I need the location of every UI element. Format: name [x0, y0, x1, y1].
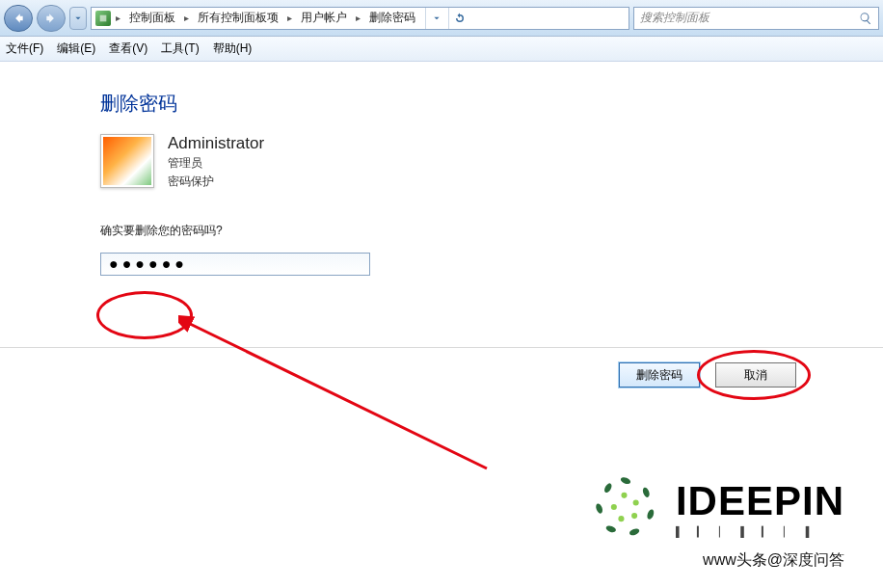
svg-point-10	[633, 499, 639, 505]
breadcrumb-item[interactable]: 所有控制面板项	[194, 8, 282, 28]
user-block: Administrator 管理员 密码保护	[100, 134, 883, 190]
svg-point-7	[595, 502, 603, 514]
content-area: 删除密码 Administrator 管理员 密码保护 确实要删除您的密码吗? …	[0, 62, 883, 276]
chevron-right-icon: ▸	[113, 13, 123, 23]
password-input[interactable]: ●●●●●●	[100, 253, 370, 276]
breadcrumb-item[interactable]: 控制面板	[125, 8, 179, 28]
chevron-down-icon	[433, 14, 441, 22]
avatar	[100, 134, 154, 188]
control-panel-icon	[95, 11, 111, 26]
search-placeholder: 搜索控制面板	[640, 10, 709, 26]
breadcrumb-item[interactable]: 删除密码	[365, 8, 419, 28]
svg-point-11	[631, 513, 637, 519]
refresh-icon	[454, 13, 466, 24]
delete-password-button[interactable]: 删除密码	[619, 362, 700, 388]
breadcrumb-item[interactable]: 用户帐户	[297, 8, 351, 28]
menu-help[interactable]: 帮助(H)	[213, 40, 253, 57]
user-info: Administrator 管理员 密码保护	[168, 134, 264, 190]
titlebar: ▸ 控制面板 ▸ 所有控制面板项 ▸ 用户帐户 ▸ 删除密码 搜索控制面板	[0, 0, 883, 37]
menu-view[interactable]: 查看(V)	[109, 40, 147, 57]
svg-rect-0	[100, 14, 107, 21]
chevron-right-icon: ▸	[353, 13, 363, 23]
annotation-circle	[96, 291, 193, 339]
user-status: 密码保护	[168, 174, 264, 190]
address-actions	[425, 8, 469, 29]
svg-point-13	[611, 504, 617, 510]
back-button[interactable]	[4, 5, 33, 32]
cancel-button[interactable]: 取消	[715, 362, 796, 388]
page-title: 删除密码	[100, 91, 883, 117]
menu-tools[interactable]: 工具(T)	[161, 40, 199, 57]
svg-point-9	[621, 493, 627, 498]
credit-text: www头条@深度问答	[703, 550, 844, 571]
svg-point-4	[646, 509, 655, 521]
dropdown-button[interactable]	[425, 8, 446, 29]
refresh-button[interactable]	[448, 8, 469, 29]
address-bar[interactable]: ▸ 控制面板 ▸ 所有控制面板项 ▸ 用户帐户 ▸ 删除密码	[91, 7, 629, 30]
chevron-down-icon	[74, 14, 82, 22]
chevron-right-icon: ▸	[181, 13, 192, 23]
recent-dropdown-button[interactable]	[69, 7, 87, 30]
forward-button[interactable]	[37, 5, 66, 32]
annotation-arrow	[178, 314, 496, 478]
confirm-prompt: 确实要删除您的密码吗?	[100, 223, 883, 239]
button-row: 删除密码 取消	[619, 362, 796, 388]
menu-edit[interactable]: 编辑(E)	[57, 40, 95, 57]
svg-point-12	[618, 516, 624, 521]
svg-point-5	[629, 527, 640, 536]
user-name: Administrator	[168, 134, 264, 153]
user-role: 管理员	[168, 155, 264, 172]
menu-file[interactable]: 文件(F)	[6, 40, 43, 57]
password-row: ●●●●●●	[100, 253, 883, 276]
svg-point-6	[605, 524, 617, 533]
search-input[interactable]: 搜索控制面板	[633, 7, 879, 30]
logo-text: IDEEPIN	[676, 478, 844, 524]
chevron-right-icon: ▸	[284, 13, 295, 23]
svg-point-3	[642, 487, 651, 498]
swirl-icon	[589, 470, 662, 544]
arrow-left-icon	[12, 12, 25, 25]
arrow-right-icon	[44, 12, 58, 25]
separator	[0, 347, 883, 348]
search-icon	[859, 12, 872, 25]
svg-line-1	[186, 322, 487, 468]
menubar: 文件(F) 编辑(E) 查看(V) 工具(T) 帮助(H)	[0, 37, 883, 62]
logo-sub: ▌ ▎ ▏ ▌ ▎ ▏ ▌	[676, 526, 844, 537]
svg-point-8	[602, 482, 613, 494]
branding-logo: IDEEPIN ▌ ▎ ▏ ▌ ▎ ▏ ▌	[589, 470, 844, 544]
svg-point-2	[620, 476, 631, 485]
